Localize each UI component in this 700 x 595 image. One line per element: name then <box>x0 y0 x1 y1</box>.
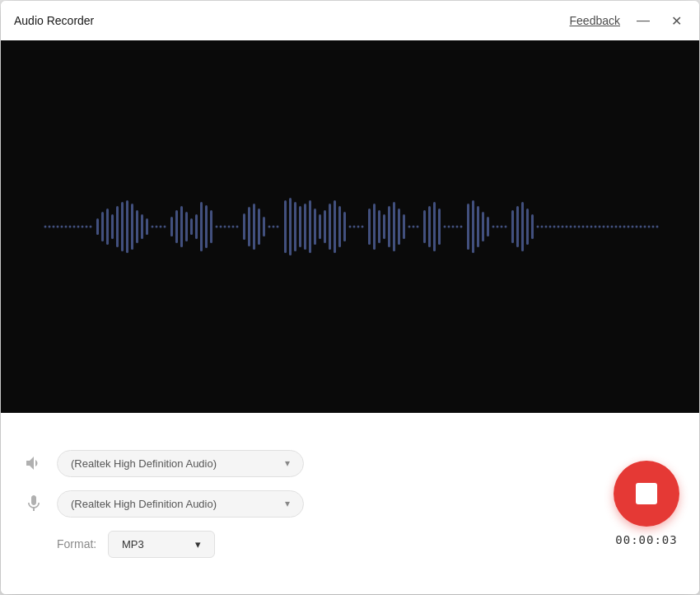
svg-rect-27 <box>170 217 173 237</box>
svg-point-85 <box>456 226 459 228</box>
svg-point-101 <box>537 226 539 228</box>
svg-point-95 <box>505 226 507 228</box>
svg-rect-72 <box>393 202 395 251</box>
close-button[interactable]: ✕ <box>666 11 686 30</box>
svg-rect-89 <box>477 206 479 247</box>
microphone-icon <box>21 490 47 517</box>
svg-point-2 <box>53 226 55 228</box>
svg-point-49 <box>277 226 279 228</box>
svg-rect-20 <box>136 210 138 243</box>
stop-record-button[interactable] <box>614 461 679 527</box>
svg-rect-56 <box>314 208 316 245</box>
svg-point-103 <box>545 226 548 228</box>
svg-point-127 <box>644 226 646 228</box>
svg-point-4 <box>61 226 63 228</box>
svg-point-84 <box>452 226 455 228</box>
svg-point-75 <box>408 226 411 228</box>
svg-rect-79 <box>428 206 431 247</box>
svg-rect-30 <box>185 212 188 241</box>
svg-point-86 <box>460 226 463 228</box>
svg-rect-98 <box>521 202 524 251</box>
svg-rect-28 <box>175 210 178 243</box>
svg-point-37 <box>220 226 222 228</box>
format-row: Format: MP3 ▾ <box>57 531 597 558</box>
svg-point-82 <box>444 226 446 228</box>
title-bar: Audio Recorder Feedback — ✕ <box>1 1 699 40</box>
svg-rect-88 <box>472 200 474 253</box>
svg-rect-68 <box>373 204 376 250</box>
svg-point-83 <box>448 226 450 228</box>
svg-point-10 <box>86 226 88 228</box>
svg-rect-53 <box>299 206 301 247</box>
svg-point-107 <box>562 226 564 228</box>
svg-point-115 <box>595 226 597 228</box>
speaker-icon <box>21 450 47 476</box>
svg-point-65 <box>357 226 360 228</box>
svg-point-116 <box>599 226 601 228</box>
svg-rect-42 <box>243 213 245 240</box>
svg-point-111 <box>578 226 581 228</box>
svg-point-41 <box>236 226 239 228</box>
svg-rect-78 <box>423 210 426 243</box>
svg-rect-19 <box>131 204 133 250</box>
format-label: Format: <box>57 537 98 550</box>
svg-rect-91 <box>487 217 489 237</box>
controls-area: (Realtek High Definition Audio) ▾ (Realt… <box>1 413 699 594</box>
format-value: MP3 <box>122 538 144 550</box>
minimize-button[interactable]: — <box>633 11 653 30</box>
format-dropdown[interactable]: MP3 ▾ <box>108 531 215 558</box>
svg-rect-81 <box>438 208 441 245</box>
speaker-row: (Realtek High Definition Audio) ▾ <box>21 450 597 477</box>
svg-point-105 <box>553 226 556 228</box>
svg-rect-61 <box>338 206 341 247</box>
svg-point-128 <box>648 226 651 228</box>
svg-rect-29 <box>180 206 183 247</box>
svg-point-25 <box>160 226 162 228</box>
svg-point-1 <box>49 226 51 228</box>
svg-rect-34 <box>205 205 208 248</box>
mic-dropdown[interactable]: (Realtek High Definition Audio) ▾ <box>57 490 304 518</box>
svg-point-7 <box>73 226 76 228</box>
record-section: 00:00:03 <box>597 461 679 546</box>
svg-rect-58 <box>324 210 326 243</box>
svg-rect-67 <box>368 208 371 245</box>
svg-point-47 <box>268 226 271 228</box>
svg-rect-62 <box>343 212 346 241</box>
svg-point-23 <box>152 226 154 228</box>
svg-rect-87 <box>467 204 469 250</box>
speaker-dropdown[interactable]: (Realtek High Definition Audio) ▾ <box>57 450 304 477</box>
stop-icon <box>636 483 657 504</box>
svg-point-9 <box>82 226 84 228</box>
svg-point-102 <box>541 226 544 228</box>
mic-row: (Realtek High Definition Audio) ▾ <box>21 490 597 518</box>
svg-point-26 <box>164 226 166 228</box>
svg-rect-73 <box>398 208 400 245</box>
svg-point-76 <box>413 226 415 228</box>
svg-point-0 <box>44 226 47 228</box>
svg-rect-46 <box>263 217 265 237</box>
svg-rect-74 <box>403 214 405 239</box>
time-display: 00:00:03 <box>615 533 677 546</box>
svg-point-119 <box>611 226 614 228</box>
svg-point-129 <box>652 226 655 228</box>
svg-point-123 <box>628 226 630 228</box>
mic-dropdown-value: (Realtek High Definition Audio) <box>71 498 217 510</box>
svg-rect-15 <box>111 214 114 239</box>
svg-rect-90 <box>482 212 484 241</box>
svg-rect-54 <box>304 204 306 250</box>
feedback-link[interactable]: Feedback <box>570 14 620 27</box>
waveform-display <box>1 40 699 413</box>
svg-point-8 <box>77 226 80 228</box>
svg-point-92 <box>492 226 495 228</box>
svg-rect-43 <box>248 207 250 246</box>
svg-point-125 <box>636 226 638 228</box>
svg-rect-60 <box>334 200 336 253</box>
window-title: Audio Recorder <box>14 14 94 27</box>
svg-rect-31 <box>190 218 193 235</box>
svg-point-117 <box>603 226 605 228</box>
svg-rect-32 <box>195 214 198 239</box>
format-chevron-icon: ▾ <box>195 538 201 550</box>
svg-rect-52 <box>294 202 296 251</box>
svg-point-66 <box>362 226 364 228</box>
svg-point-11 <box>90 226 92 228</box>
